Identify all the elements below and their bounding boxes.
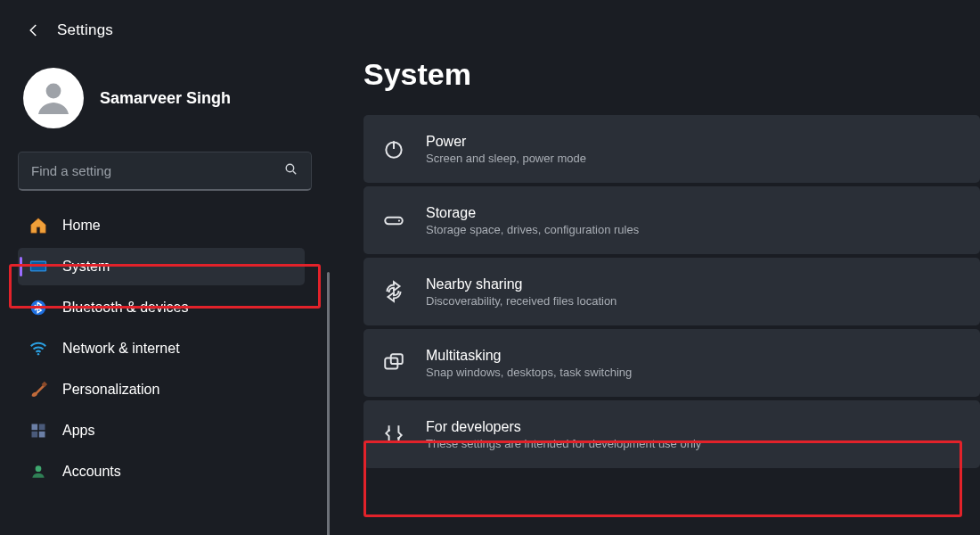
svg-rect-8 <box>39 424 45 431</box>
system-icon <box>29 257 48 276</box>
nav-item-personalization[interactable]: Personalization <box>18 371 305 408</box>
accounts-icon <box>29 462 48 482</box>
sidebar: Samarveer Singh Home System Bluetooth & … <box>0 54 330 490</box>
svg-point-5 <box>37 353 39 355</box>
apps-icon <box>29 421 48 440</box>
svg-point-17 <box>388 429 390 432</box>
card-subtitle: These settings are intended for developm… <box>426 437 701 450</box>
card-nearby-sharing[interactable]: Nearby sharing Discoverability, received… <box>363 258 980 325</box>
card-title: Multitasking <box>426 348 632 364</box>
nav-label: Network & internet <box>62 341 180 357</box>
card-storage[interactable]: Storage Storage space, drives, configura… <box>363 186 980 254</box>
nav-item-network[interactable]: Network & internet <box>18 330 305 367</box>
card-subtitle: Screen and sleep, power mode <box>426 152 586 165</box>
profile-block[interactable]: Samarveer Singh <box>18 62 312 144</box>
search-icon <box>283 161 298 180</box>
nav-label: Personalization <box>62 382 159 398</box>
nav-label: Accounts <box>62 464 121 480</box>
developers-icon <box>381 422 406 447</box>
brush-icon <box>29 380 48 399</box>
svg-rect-10 <box>39 432 45 438</box>
card-subtitle: Storage space, drives, configuration rul… <box>426 223 639 236</box>
svg-point-11 <box>36 465 42 472</box>
app-title: Settings <box>57 21 113 39</box>
nav-item-accounts[interactable]: Accounts <box>18 453 305 490</box>
card-title: Storage <box>426 205 639 221</box>
nav-label: System <box>62 259 110 275</box>
storage-icon <box>381 208 406 233</box>
app-header: Settings <box>0 0 980 50</box>
card-subtitle: Snap windows, desktops, task switching <box>426 366 632 379</box>
share-icon <box>381 279 406 304</box>
nav-item-system[interactable]: System <box>18 248 305 285</box>
bluetooth-icon <box>29 298 48 317</box>
home-icon <box>29 216 48 235</box>
avatar <box>23 68 84 128</box>
svg-point-1 <box>286 164 294 172</box>
power-icon <box>381 136 406 161</box>
svg-rect-9 <box>32 432 38 438</box>
svg-point-18 <box>397 437 400 440</box>
search-input[interactable] <box>31 163 283 178</box>
card-for-developers[interactable]: For developers These settings are intend… <box>363 400 980 468</box>
nav-label: Bluetooth & devices <box>62 300 188 316</box>
card-title: Nearby sharing <box>426 276 617 292</box>
multitasking-icon <box>381 350 406 375</box>
svg-rect-7 <box>32 424 38 431</box>
card-subtitle: Discoverability, received files location <box>426 294 617 308</box>
sidebar-scrollbar[interactable] <box>327 272 330 535</box>
nav-item-apps[interactable]: Apps <box>18 412 305 449</box>
svg-point-0 <box>46 84 61 99</box>
nav-item-home[interactable]: Home <box>18 207 305 244</box>
search-box[interactable] <box>18 152 312 191</box>
card-title: Power <box>426 134 586 150</box>
wifi-icon <box>29 339 48 358</box>
nav-item-bluetooth[interactable]: Bluetooth & devices <box>18 289 305 326</box>
card-multitasking[interactable]: Multitasking Snap windows, desktops, tas… <box>363 329 980 397</box>
svg-rect-3 <box>31 262 45 270</box>
card-title: For developers <box>426 419 701 435</box>
main-content: System Power Screen and sleep, power mod… <box>363 57 980 468</box>
card-power[interactable]: Power Screen and sleep, power mode <box>363 115 980 183</box>
nav-list: Home System Bluetooth & devices Network … <box>18 207 312 490</box>
page-title: System <box>363 57 980 92</box>
nav-label: Apps <box>62 423 94 439</box>
svg-point-14 <box>398 219 400 221</box>
nav-label: Home <box>62 218 101 234</box>
settings-cards: Power Screen and sleep, power mode Stora… <box>363 115 980 468</box>
profile-name: Samarveer Singh <box>100 89 231 108</box>
back-button[interactable] <box>25 21 43 39</box>
